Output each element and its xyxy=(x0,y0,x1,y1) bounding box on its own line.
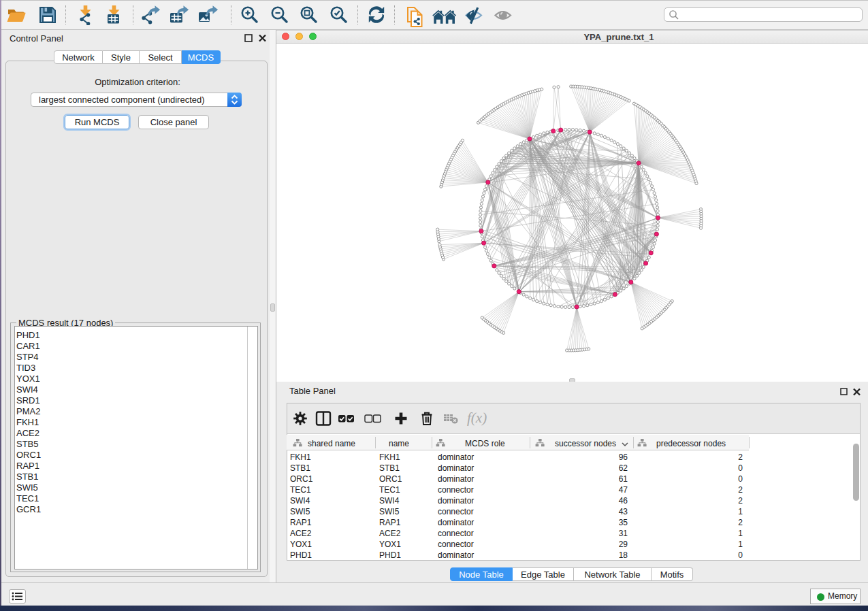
svg-text:f(x): f(x) xyxy=(467,410,487,426)
